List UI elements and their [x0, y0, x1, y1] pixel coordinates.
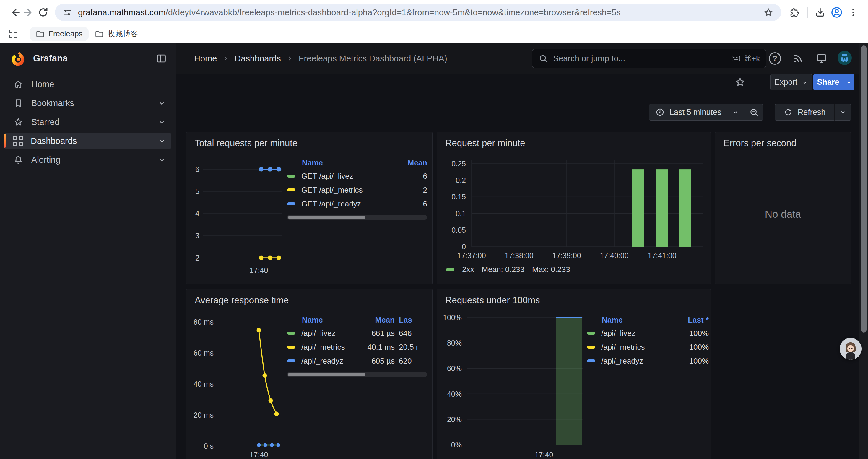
- series-color-swatch: [287, 202, 296, 205]
- bar: [632, 169, 644, 247]
- series-name-cell: /api/_metrics: [587, 342, 668, 352]
- legend-row[interactable]: GET /api/_readyz6: [287, 197, 427, 211]
- breadcrumb-home[interactable]: Home: [194, 54, 217, 64]
- request-per-minute-chart[interactable]: 0.250.20.150.10.05017:37:0017:38:0017:39…: [437, 132, 711, 284]
- x-axis-tick: 17:40: [246, 266, 272, 275]
- bookmark-star-icon[interactable]: [763, 7, 774, 18]
- legend-value: 6: [392, 172, 427, 181]
- series-color-swatch: [287, 332, 296, 335]
- sidebar-item-label: Alerting: [31, 155, 60, 165]
- site-settings-icon[interactable]: [62, 7, 73, 18]
- bookmark-folder-freeleaps[interactable]: Freeleaps: [30, 27, 89, 41]
- legend-row[interactable]: /api/_livez100%: [587, 326, 709, 340]
- sidebar-item-starred[interactable]: Starred: [5, 114, 171, 130]
- grafana-logo[interactable]: [10, 51, 26, 66]
- search-icon: [538, 54, 548, 64]
- bookmark-folder-blogs[interactable]: 收藏博客: [89, 26, 144, 41]
- sidebar-item-bookmarks[interactable]: Bookmarks: [5, 95, 171, 111]
- legend-value: 620: [399, 357, 427, 366]
- legend-row[interactable]: /api/_readyz605 µs620: [287, 354, 427, 368]
- news-rss-icon[interactable]: [791, 52, 805, 66]
- legend-value: 100%: [670, 357, 709, 366]
- legend-row[interactable]: /api/_livez661 µs646: [287, 326, 427, 340]
- series-name-cell: /api/_readyz: [587, 357, 668, 366]
- panel-average-response-time: Average response time 80 ms60 ms40 ms20 …: [186, 289, 433, 459]
- search-input[interactable]: [553, 54, 727, 64]
- assistant-avatar[interactable]: [840, 338, 862, 360]
- sidebar-item-alerting[interactable]: Alerting: [5, 152, 171, 168]
- series-color-swatch: [287, 174, 296, 177]
- chevron-down-icon[interactable]: [158, 156, 166, 164]
- profile-icon[interactable]: [830, 5, 844, 20]
- chevron-down-icon: [840, 109, 846, 116]
- extensions-icon[interactable]: [788, 5, 802, 20]
- search-box[interactable]: ⌘+k: [532, 49, 766, 68]
- back-icon[interactable]: [8, 5, 22, 20]
- refresh-interval-button[interactable]: [834, 104, 851, 121]
- refresh-button[interactable]: Refresh: [775, 104, 834, 121]
- favorite-star-icon[interactable]: [733, 75, 747, 89]
- legend-value: 2: [392, 186, 427, 195]
- series-name: GET /api/_livez: [301, 172, 353, 181]
- chevron-down-icon[interactable]: [158, 119, 166, 126]
- y-axis-tick: 6: [186, 165, 199, 174]
- reload-icon[interactable]: [36, 5, 50, 20]
- y-axis-tick: 80 ms: [186, 317, 214, 327]
- panel-title[interactable]: Errors per second: [723, 138, 796, 149]
- legend-row[interactable]: GET /api/_livez6: [287, 169, 427, 183]
- legend-header: NameMean: [287, 157, 427, 169]
- bar: [679, 169, 691, 247]
- legend-row[interactable]: /api/_readyz100%: [587, 354, 709, 368]
- series-name-cell: GET /api/_readyz: [287, 199, 389, 208]
- legend-row[interactable]: /api/_metrics100%: [587, 340, 709, 354]
- data-point: [275, 412, 279, 416]
- share-dropdown-button[interactable]: [843, 74, 854, 90]
- legend-row[interactable]: /api/_metrics40.1 ms20.5 r: [287, 340, 427, 354]
- series-name: /api/_metrics: [601, 342, 645, 352]
- legend-row[interactable]: GET /api/_metrics2: [287, 183, 427, 197]
- y-axis-tick: 0.1: [437, 209, 466, 218]
- scrollbar-thumb[interactable]: [861, 45, 867, 333]
- forward-icon[interactable]: [22, 5, 36, 20]
- y-axis-tick: 0.15: [437, 192, 466, 201]
- menu-dots-icon[interactable]: [846, 5, 860, 20]
- data-point: [259, 167, 264, 172]
- series-name: /api/_readyz: [601, 357, 643, 366]
- bookmark-label: 收藏博客: [107, 29, 138, 39]
- y-axis-tick: 80%: [437, 338, 462, 348]
- user-avatar[interactable]: [838, 51, 852, 65]
- legend-line[interactable]: 2xx Mean: 0.233 Max: 0.233: [446, 265, 570, 274]
- brand-title[interactable]: Grafana: [33, 53, 68, 64]
- series-name-cell: GET /api/_livez: [287, 172, 389, 181]
- dashboard-controls: Export Share: [176, 74, 868, 94]
- breadcrumb-dashboards[interactable]: Dashboards: [235, 54, 281, 64]
- legend-scrollbar-thumb[interactable]: [288, 373, 365, 376]
- chevron-down-icon[interactable]: [158, 100, 166, 107]
- legend-scrollbar-thumb[interactable]: [288, 216, 365, 219]
- legend-header: NameLast *: [587, 314, 709, 326]
- series-name-cell: GET /api/_metrics: [287, 186, 389, 195]
- export-button[interactable]: Export: [770, 74, 812, 90]
- legend-header-name: Name: [587, 316, 668, 325]
- y-axis-tick: 0.25: [437, 159, 466, 168]
- display-icon[interactable]: [814, 52, 829, 66]
- legend-header-col: Mean: [350, 316, 395, 325]
- grafana-app: Grafana Home Bookmarks Starred Dashboard…: [0, 43, 868, 459]
- apps-grid-icon[interactable]: [6, 28, 20, 40]
- dock-sidebar-icon[interactable]: [156, 53, 167, 64]
- x-axis-tick: 17:40: [531, 450, 557, 459]
- time-range-button[interactable]: Last 5 minutes: [649, 104, 745, 121]
- sidebar-item-dashboards[interactable]: Dashboards: [5, 133, 171, 149]
- chevron-right-icon: [286, 55, 293, 62]
- chevron-down-icon[interactable]: [158, 137, 166, 145]
- sidebar-item-home[interactable]: Home: [5, 76, 171, 93]
- chevron-down-icon: [845, 79, 852, 86]
- legend-scrollbar: [287, 215, 427, 220]
- series-name: /api/_livez: [301, 329, 336, 338]
- url-bar[interactable]: grafana.mathmast.com/d/deytv4rwavabkb/fr…: [55, 4, 781, 21]
- data-point: [257, 443, 261, 447]
- share-button[interactable]: Share: [813, 74, 843, 90]
- download-icon[interactable]: [813, 5, 827, 20]
- zoom-out-button[interactable]: [745, 104, 763, 121]
- help-icon[interactable]: ?: [768, 52, 782, 66]
